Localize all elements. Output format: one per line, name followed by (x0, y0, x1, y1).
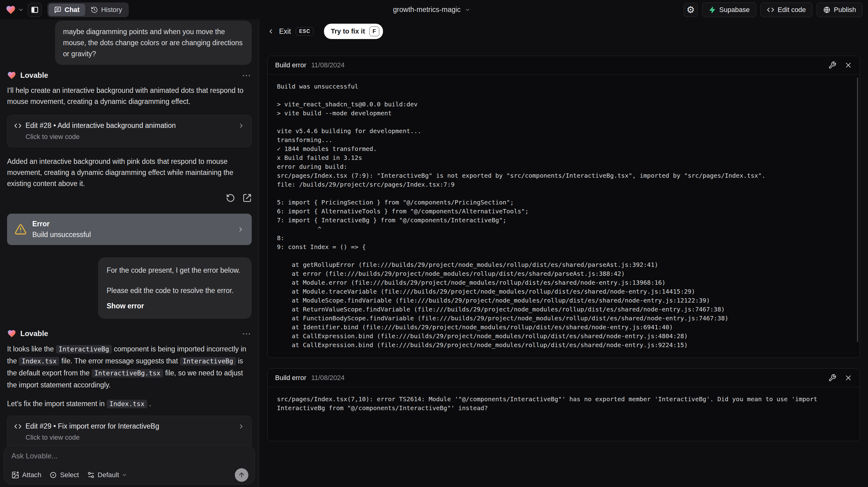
chevron-down-icon (465, 7, 470, 12)
edit-29-card[interactable]: Edit #29 • Fix import error for Interact… (7, 416, 252, 448)
history-icon (91, 6, 98, 13)
attach-label: Attach (22, 471, 41, 479)
top-bar: Chat History growth-metrics-magic ⚙ (0, 0, 868, 19)
project-name: growth-metrics-magic (393, 5, 461, 14)
assistant-message: I'll help create an interactive backgrou… (7, 85, 252, 107)
build-error-panel-2: Build error 11/08/2024 src/pages/Index.t… (268, 368, 860, 441)
close-icon[interactable] (844, 61, 852, 69)
inline-code: InteractiveBg (56, 345, 112, 354)
close-icon[interactable] (844, 374, 852, 382)
gear-icon: ⚙ (687, 5, 695, 14)
assistant-name: Lovable (20, 329, 48, 338)
mode-label: Default (98, 471, 119, 479)
user-message-line: Please edit the code to resolve the erro… (107, 285, 243, 296)
chat-message-list[interactable]: maybe diagramming points and when you mo… (0, 19, 259, 487)
chat-bubble-icon (54, 6, 61, 13)
supabase-bolt-icon (709, 6, 716, 13)
edit-29-title: Edit #29 • Fix import error for Interact… (26, 422, 234, 430)
code-icon (767, 6, 774, 13)
chevron-right-icon (237, 226, 244, 233)
inline-code: Index.tsx (107, 400, 147, 408)
code-icon (14, 122, 22, 129)
inline-code: Index.tsx (19, 357, 59, 366)
build-error-card[interactable]: Error Build unsuccessful (7, 214, 252, 245)
chat-history-tabs: Chat History (47, 2, 129, 17)
user-message: For the code present, I get the error be… (98, 257, 252, 319)
publish-label: Publish (834, 6, 856, 14)
tab-history-label: History (101, 6, 122, 14)
text-segment: . (147, 400, 151, 408)
supabase-button[interactable]: Supabase (702, 2, 756, 17)
image-attach-icon (11, 471, 19, 479)
mode-selector[interactable]: Default (87, 471, 128, 479)
chevron-left-icon (268, 28, 274, 35)
try-to-fix-button[interactable]: Try to fix it F (324, 24, 383, 39)
lovable-heart-icon (7, 71, 16, 80)
restore-button[interactable] (226, 193, 235, 203)
more-options-icon[interactable]: ⋯ (242, 328, 252, 339)
lovable-heart-icon (5, 5, 16, 15)
exit-label: Exit (279, 27, 291, 36)
preview-panel: Exit ESC Try to fix it F Build error 11/… (259, 19, 868, 487)
publish-button[interactable]: Publish (817, 2, 863, 17)
chat-input[interactable] (11, 452, 248, 465)
try-to-fix-label: Try to fix it (331, 27, 365, 35)
error-card-texts: Error Build unsuccessful (32, 220, 231, 239)
globe-icon (823, 6, 831, 13)
send-button[interactable] (235, 468, 248, 482)
build-error-1-title: Build error (275, 61, 306, 69)
scrollbar-thumb[interactable] (857, 78, 858, 342)
topbar-right: ⚙ Supabase Edit code Publish (684, 2, 863, 17)
wrench-icon[interactable] (828, 374, 836, 382)
user-message-line: For the code present, I get the error be… (107, 265, 243, 276)
select-button[interactable]: Select (49, 471, 79, 479)
more-options-icon[interactable]: ⋯ (242, 70, 252, 81)
assistant-message: Let's fix the import statement in Index.… (7, 398, 252, 409)
toggle-sidebar-button[interactable] (28, 3, 42, 17)
code-icon (14, 423, 22, 430)
build-error-1-header: Build error 11/08/2024 (268, 56, 860, 75)
external-link-icon (243, 193, 252, 203)
edit-28-title: Edit #28 • Add interactive background an… (26, 121, 234, 130)
app-window: Chat History growth-metrics-magic ⚙ (0, 0, 868, 487)
composer-toolbar: Attach Select Default (11, 468, 248, 482)
preview-header: Exit ESC Try to fix it F (268, 19, 860, 43)
edit-code-button[interactable]: Edit code (761, 2, 812, 17)
edit-28-subtitle: Click to view code (26, 133, 245, 141)
open-preview-button[interactable] (243, 193, 252, 203)
assistant-message: It looks like the InteractiveBg componen… (7, 343, 252, 391)
supabase-label: Supabase (719, 6, 750, 14)
select-target-icon (49, 471, 57, 479)
composer: Attach Select Default (4, 445, 255, 485)
assistant-header: Lovable ⋯ (7, 70, 252, 81)
exit-button[interactable]: Exit ESC (268, 27, 313, 36)
build-error-2-log[interactable]: src/pages/Index.tsx(7,10): error TS2614:… (268, 387, 860, 441)
settings-button[interactable]: ⚙ (684, 3, 698, 17)
tab-chat[interactable]: Chat (49, 4, 85, 16)
error-card-subtitle: Build unsuccessful (32, 231, 231, 239)
spacer (107, 276, 243, 285)
tab-history[interactable]: History (85, 4, 128, 16)
edit-28-row: Edit #28 • Add interactive background an… (14, 121, 245, 130)
warning-triangle-icon (14, 223, 27, 236)
chevron-right-icon (238, 122, 245, 129)
panel-left-icon (31, 6, 39, 14)
f-key-badge: F (369, 26, 379, 36)
lovable-logo-menu[interactable] (5, 5, 24, 15)
message-utilities (7, 193, 252, 203)
build-error-1-log[interactable]: Build was unsuccessful > vite_react_shad… (268, 75, 860, 358)
chat-panel: maybe diagramming points and when you mo… (0, 19, 259, 487)
wrench-icon[interactable] (828, 61, 836, 69)
edit-code-label: Edit code (778, 6, 806, 14)
edit-28-card[interactable]: Edit #28 • Add interactive background an… (7, 115, 252, 147)
project-switcher[interactable]: growth-metrics-magic (393, 0, 471, 19)
attach-button[interactable]: Attach (11, 471, 41, 479)
edit-29-subtitle: Click to view code (26, 433, 245, 442)
select-label: Select (60, 471, 79, 479)
show-error-link[interactable]: Show error (107, 300, 144, 311)
build-error-2-header: Build error 11/08/2024 (268, 369, 860, 387)
topbar-left: Chat History (5, 2, 129, 17)
assistant-message: Added an interactive background with pin… (7, 156, 252, 189)
build-error-2-date: 11/08/2024 (311, 374, 344, 382)
text-segment: file. The error message suggests that (59, 357, 180, 365)
